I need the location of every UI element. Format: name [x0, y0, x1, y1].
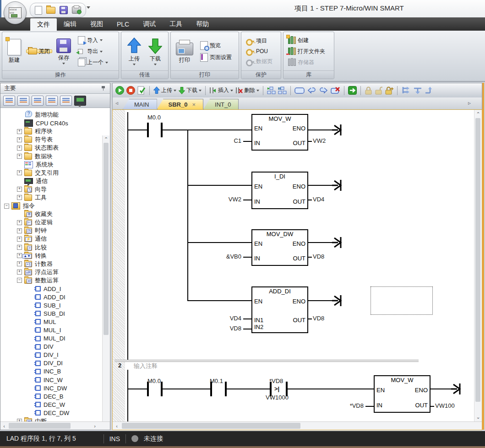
menu-view[interactable]: 视图	[83, 17, 110, 31]
menu-debug[interactable]: 调试	[136, 17, 163, 31]
lock-add-icon[interactable]	[385, 86, 393, 95]
tree-item-inc-dw[interactable]: INC_DW	[0, 384, 110, 392]
tree-item-whats-new[interactable]: 新增功能	[0, 111, 110, 119]
page-setup-button[interactable]: 页面设置	[198, 52, 234, 63]
app-menu-button[interactable]: HHHHH	[4, 1, 27, 24]
goto-icon[interactable]	[348, 86, 357, 95]
operand[interactable]: VW100	[435, 402, 455, 409]
tree-item-program-block[interactable]: 程序块	[0, 127, 110, 135]
scroll-left-icon[interactable]: ‹	[0, 423, 8, 429]
block-mov-dw[interactable]: MOV_DW EN ENO IN OUT	[251, 229, 308, 266]
tree-item-mul[interactable]: MUL	[0, 318, 110, 326]
tree-item-add-di[interactable]: ADD_DI	[0, 293, 110, 301]
tree-item-interrupt[interactable]: ttt中断	[0, 417, 110, 421]
unlock-icon[interactable]	[375, 86, 382, 95]
block-i-di[interactable]: I_DI EN ENO IN OUT	[251, 172, 308, 209]
line-down-icon[interactable]	[413, 86, 422, 95]
scrollbar-thumb[interactable]	[9, 423, 71, 429]
dropdown-arrow-icon[interactable]	[100, 39, 103, 41]
tab-scroll-left-icon[interactable]: ◃	[115, 100, 118, 106]
operand[interactable]: VW2	[216, 196, 241, 203]
expander-plus-icon[interactable]	[17, 137, 22, 142]
library-create-button[interactable]: 创建	[286, 36, 327, 45]
tree-horizontal-scrollbar[interactable]: ‹ ›	[0, 421, 110, 430]
tree-item-dec-w[interactable]: DEC_W	[0, 400, 110, 409]
new-button[interactable]: 新建	[5, 38, 23, 65]
editor-horizontal-scrollbar[interactable]: ‹	[113, 421, 482, 430]
ladder-canvas[interactable]: M0.0 MOV_W EN ENO IN OUT	[113, 110, 482, 421]
stop-icon[interactable]	[126, 86, 135, 95]
expander-plus-icon[interactable]	[17, 220, 22, 225]
scroll-left-icon[interactable]: ‹	[113, 423, 121, 429]
operand[interactable]: *VD8	[338, 402, 364, 409]
expander-plus-icon[interactable]	[17, 170, 22, 175]
expander-plus-icon[interactable]	[17, 261, 22, 266]
tree-item-convert[interactable]: ▲▼转换	[0, 252, 110, 260]
scrollbar-thumb[interactable]	[475, 118, 480, 402]
tree-item-sub-di[interactable]: SUB_DI	[0, 309, 110, 318]
tree-item-dec-dw[interactable]: DEC_DW	[0, 409, 110, 417]
block-add-di[interactable]: ADD_DI EN ENO IN1 IN2 OUT	[251, 286, 308, 333]
scroll-up-icon[interactable]: ⌃	[474, 111, 482, 117]
dropdown-arrow-icon[interactable]	[133, 64, 136, 65]
operand[interactable]: &VB0	[216, 253, 241, 260]
tree-item-cross-reference[interactable]: 交叉引用	[0, 169, 110, 177]
scroll-up-icon[interactable]: ⌃	[103, 136, 109, 142]
expander-plus-icon[interactable]	[17, 154, 22, 159]
tab-scroll-right-icon[interactable]: ▹	[468, 100, 471, 106]
branch-icon[interactable]	[401, 86, 411, 95]
redo-icon[interactable]	[319, 86, 328, 94]
run-icon[interactable]	[115, 86, 124, 95]
operand[interactable]: VD4	[313, 196, 324, 203]
operand[interactable]: VD8	[313, 253, 324, 260]
library-open-folder-button[interactable]: 打开文件夹	[286, 47, 327, 56]
operand[interactable]: C1	[216, 137, 241, 144]
tree-item-sub-i[interactable]: SUB_I	[0, 301, 110, 309]
expander-plus-icon[interactable]	[17, 228, 22, 233]
tree-item-div[interactable]: DIV	[0, 343, 110, 351]
tree-item-communication-instr[interactable]: ⚡通信	[0, 235, 110, 243]
tree-item-div-i[interactable]: DIV_I	[0, 351, 110, 359]
scrollbar-thumb[interactable]	[104, 143, 109, 335]
expander-plus-icon[interactable]	[17, 146, 22, 151]
expander-plus-icon[interactable]	[17, 253, 22, 258]
view-data-block-icon[interactable]	[46, 96, 58, 106]
operand[interactable]: VD8	[313, 315, 324, 322]
tree-item-status-chart[interactable]: 状态图表	[0, 144, 110, 152]
close-tab-icon[interactable]: ×	[192, 101, 196, 108]
undo-icon[interactable]	[307, 86, 316, 94]
contact-bar[interactable]	[147, 382, 149, 396]
tree-item-add-i[interactable]: ADD_I	[0, 285, 110, 293]
expander-plus-icon[interactable]	[17, 187, 22, 192]
protect-pou-button[interactable]: POU	[244, 47, 274, 55]
tree-item-integer-math[interactable]: ±I整数运算	[0, 276, 110, 285]
block-mov-w-2[interactable]: MOV_W EN ENO IN OUT	[374, 375, 431, 413]
tree-item-float-math[interactable]: ±R浮点运算	[0, 268, 110, 276]
network-comment[interactable]: 输入注释	[134, 362, 158, 370]
tree-item-instructions[interactable]: 指令	[0, 202, 110, 210]
expander-plus-icon[interactable]	[17, 237, 22, 242]
print-button[interactable]: 打印	[174, 38, 196, 65]
contact-bar[interactable]	[210, 382, 212, 396]
expander-plus-icon[interactable]	[17, 245, 22, 250]
expander-minus-icon[interactable]	[17, 278, 22, 283]
view-symbol-table-icon[interactable]	[17, 96, 29, 106]
tree-item-clock[interactable]: ◷时钟	[0, 227, 110, 235]
pin-icon[interactable]	[101, 86, 106, 91]
close-button[interactable]: 关闭	[26, 49, 52, 53]
expander-plus-icon[interactable]	[17, 195, 22, 200]
tree-item-bit-logic[interactable]: ⊢位逻辑	[0, 218, 110, 227]
new-document-icon[interactable]	[35, 6, 42, 15]
pou-run-icon[interactable]	[267, 86, 276, 95]
tree-item-tools[interactable]: 工具	[0, 194, 110, 202]
preview-button[interactable]: 预览	[198, 40, 234, 51]
insert-toolbar-button[interactable]: 插入	[209, 86, 233, 94]
dropdown-arrow-icon[interactable]	[154, 64, 157, 65]
menu-help[interactable]: 帮助	[189, 17, 216, 31]
network-number[interactable]: 2	[118, 362, 121, 369]
export-button[interactable]: 导出	[76, 47, 110, 56]
pou-pause-icon[interactable]	[278, 86, 287, 95]
tree-item-compare[interactable]: >比较	[0, 243, 110, 252]
view-status-chart-icon[interactable]	[32, 96, 44, 106]
save-button[interactable]: 保存	[54, 38, 73, 65]
